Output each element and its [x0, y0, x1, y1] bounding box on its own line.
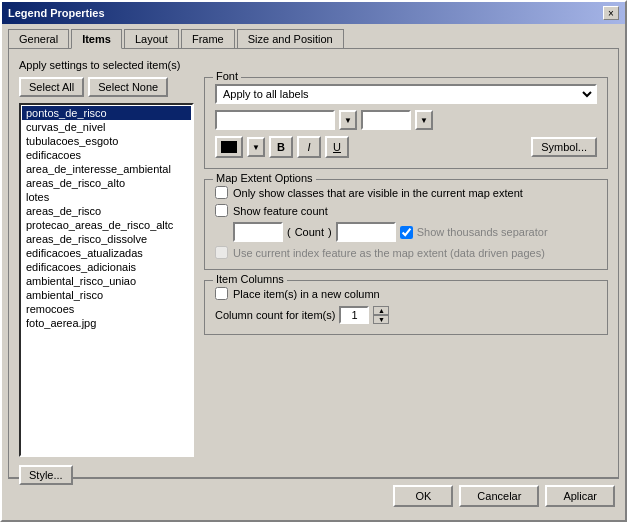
font-group: Font Apply to all labels ▼ ▼ ▼ [204, 77, 608, 169]
title-bar: Legend Properties × [2, 2, 625, 24]
column-count-row: Column count for item(s) 1 ▲ ▼ [215, 306, 597, 324]
select-all-button[interactable]: Select All [19, 77, 84, 97]
color-swatch [221, 141, 237, 153]
ok-button[interactable]: OK [393, 485, 453, 507]
left-panel: Select All Select None pontos_de_risco c… [19, 77, 194, 485]
spin-down-button[interactable]: ▼ [373, 315, 389, 324]
show-feature-count-row: Show feature count [215, 204, 597, 217]
list-item[interactable]: edificacoes [22, 148, 191, 162]
apply-settings-label: Apply settings to selected item(s) [19, 59, 608, 71]
close-button[interactable]: × [603, 6, 619, 20]
apply-button[interactable]: Aplicar [545, 485, 615, 507]
list-item[interactable]: lotes [22, 190, 191, 204]
list-item[interactable]: ambiental_risco [22, 288, 191, 302]
count-paren-close: ) [328, 226, 332, 238]
list-item[interactable]: edificacoes_atualizadas [22, 246, 191, 260]
main-layout: Select All Select None pontos_de_risco c… [19, 77, 608, 485]
cancel-button[interactable]: Cancelar [459, 485, 539, 507]
list-item[interactable]: areas_de_risco_dissolve [22, 232, 191, 246]
font-format-row: ▼ B I U Symbol... [215, 136, 597, 158]
font-name-dropdown[interactable] [215, 110, 335, 130]
font-color-button[interactable] [215, 136, 243, 158]
data-driven-label: Use current index feature as the map ext… [233, 247, 545, 259]
tab-bar: General Items Layout Frame Size and Posi… [2, 24, 625, 48]
list-item[interactable]: tubulacoes_esgoto [22, 134, 191, 148]
show-feature-count-label: Show feature count [233, 205, 328, 217]
list-item[interactable]: areas_de_risco_alto [22, 176, 191, 190]
tab-frame[interactable]: Frame [181, 29, 235, 49]
style-button[interactable]: Style... [19, 465, 73, 485]
font-group-label: Font [213, 70, 241, 82]
count-end-input[interactable] [336, 222, 396, 242]
item-columns-group-label: Item Columns [213, 273, 287, 285]
map-extent-group-label: Map Extent Options [213, 172, 316, 184]
count-label: Count [295, 226, 324, 238]
symbol-button[interactable]: Symbol... [531, 137, 597, 157]
list-item[interactable]: protecao_areas_de_risco_altc [22, 218, 191, 232]
font-size-dropdown-arrow[interactable]: ▼ [415, 110, 433, 130]
show-thousands-checkbox[interactable] [400, 226, 413, 239]
font-apply-dropdown[interactable]: Apply to all labels [215, 84, 597, 104]
list-item[interactable]: ambiental_risco_uniao [22, 274, 191, 288]
list-item[interactable]: pontos_de_risco [22, 106, 191, 120]
column-count-input[interactable]: 1 [339, 306, 369, 324]
font-size-row: ▼ ▼ [215, 110, 597, 130]
list-item[interactable]: edificacoes_adicionais [22, 260, 191, 274]
font-size-dropdown[interactable] [361, 110, 411, 130]
list-item[interactable]: remocoes [22, 302, 191, 316]
column-count-label: Column count for item(s) [215, 309, 335, 321]
list-item[interactable]: areas_de_risco [22, 204, 191, 218]
select-none-button[interactable]: Select None [88, 77, 168, 97]
place-new-column-checkbox[interactable] [215, 287, 228, 300]
list-item[interactable]: area_de_interesse_ambiental [22, 162, 191, 176]
style-button-row: Style... [19, 465, 194, 485]
only-show-classes-label: Only show classes that are visible in th… [233, 187, 523, 199]
place-new-column-label: Place item(s) in a new column [233, 288, 380, 300]
data-driven-row: Use current index feature as the map ext… [215, 246, 597, 259]
only-show-classes-checkbox[interactable] [215, 186, 228, 199]
select-buttons-row: Select All Select None [19, 77, 194, 97]
window-title: Legend Properties [8, 7, 105, 19]
tab-items[interactable]: Items [71, 29, 122, 49]
spinbox-arrows: ▲ ▼ [373, 306, 389, 324]
color-dropdown-arrow[interactable]: ▼ [247, 137, 265, 157]
place-new-column-row: Place item(s) in a new column [215, 287, 597, 300]
count-row: ( Count ) Show thousands separator [233, 222, 597, 242]
bold-button[interactable]: B [269, 136, 293, 158]
list-item[interactable]: foto_aerea.jpg [22, 316, 191, 330]
spin-up-button[interactable]: ▲ [373, 306, 389, 315]
underline-button[interactable]: U [325, 136, 349, 158]
tab-general[interactable]: General [8, 29, 69, 49]
tab-layout[interactable]: Layout [124, 29, 179, 49]
item-columns-group: Item Columns Place item(s) in a new colu… [204, 280, 608, 335]
items-list[interactable]: pontos_de_risco curvas_de_nivel tubulaco… [19, 103, 194, 457]
font-name-dropdown-arrow[interactable]: ▼ [339, 110, 357, 130]
show-thousands-label: Show thousands separator [417, 226, 548, 238]
count-paren-open: ( [287, 226, 291, 238]
legend-properties-window: Legend Properties × General Items Layout… [0, 0, 627, 522]
font-dropdown-row: Apply to all labels [215, 84, 597, 104]
italic-button[interactable]: I [297, 136, 321, 158]
data-driven-checkbox[interactable] [215, 246, 228, 259]
show-feature-count-checkbox[interactable] [215, 204, 228, 217]
right-panel: Font Apply to all labels ▼ ▼ ▼ [204, 77, 608, 485]
tab-size-and-position[interactable]: Size and Position [237, 29, 344, 49]
count-start-input[interactable] [233, 222, 283, 242]
map-extent-group: Map Extent Options Only show classes tha… [204, 179, 608, 270]
list-item[interactable]: curvas_de_nivel [22, 120, 191, 134]
tab-content: Apply settings to selected item(s) Selec… [8, 48, 619, 478]
only-show-classes-row: Only show classes that are visible in th… [215, 186, 597, 199]
